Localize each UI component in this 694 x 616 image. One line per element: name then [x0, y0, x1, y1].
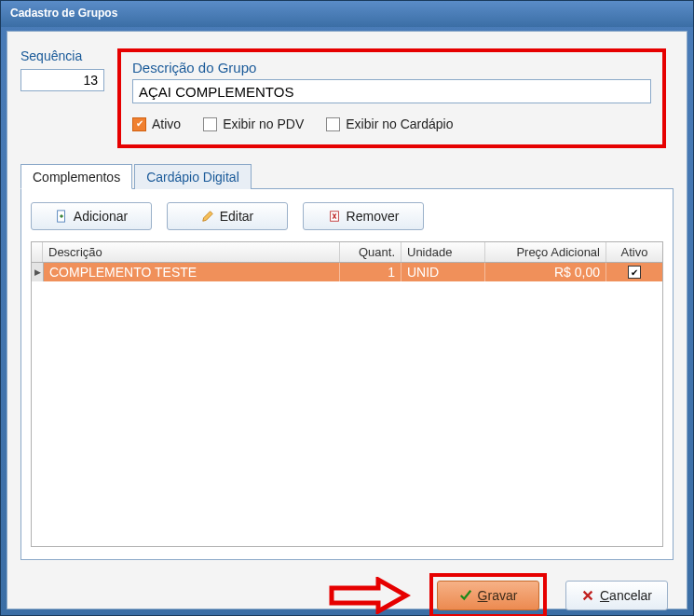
checkbox-icon	[132, 117, 146, 131]
remover-label: Remover	[347, 209, 400, 224]
arrow-icon	[327, 577, 411, 614]
checkbox-icon	[203, 117, 217, 131]
descricao-grupo-input[interactable]	[132, 79, 651, 103]
pencil-icon	[201, 210, 214, 223]
grid-header: Descrição Quant. Unidade Preço Adicional…	[32, 242, 662, 263]
gravar-highlight: Gravar	[429, 573, 547, 616]
sequencia-block: Sequência	[20, 48, 104, 91]
exibir-cardapio-checkbox[interactable]: Exibir no Cardápio	[326, 116, 453, 131]
top-section: Sequência Descrição do Grupo Ativo Exibi…	[7, 32, 687, 157]
editar-label: Editar	[220, 209, 254, 224]
document-add-icon	[55, 210, 68, 223]
cancelar-label: Cancelar	[600, 588, 652, 603]
col-descricao[interactable]: Descrição	[43, 242, 340, 262]
sequencia-label: Sequência	[20, 48, 104, 63]
delete-icon	[328, 210, 341, 223]
exibir-pdv-checkbox[interactable]: Exibir no PDV	[203, 116, 304, 131]
ativo-checkbox[interactable]: Ativo	[132, 116, 181, 131]
descricao-grupo-highlight: Descrição do Grupo Ativo Exibir no PDV E…	[117, 48, 666, 148]
sequencia-input[interactable]	[20, 69, 104, 91]
cell-unidade: UNID	[401, 263, 485, 281]
cell-ativo[interactable]	[606, 263, 662, 281]
row-indicator-icon: ▶	[32, 263, 44, 281]
cancelar-button[interactable]: Cancelar	[565, 581, 668, 610]
check-icon	[628, 266, 641, 279]
checkbox-icon	[326, 117, 340, 131]
footer-bar: Gravar Cancelar	[7, 560, 687, 616]
title-bar: Cadastro de Grupos	[1, 1, 693, 27]
tab-panel-complementos: Adicionar Editar Remover	[20, 189, 674, 560]
checkbox-row: Ativo Exibir no PDV Exibir no Cardápio	[132, 116, 651, 131]
col-quant[interactable]: Quant.	[340, 242, 401, 262]
cell-preco: R$ 0,00	[485, 263, 606, 281]
remover-button[interactable]: Remover	[303, 202, 424, 230]
table-row[interactable]: ▶ COMPLEMENTO TESTE 1 UNID R$ 0,00	[32, 263, 662, 281]
grid-marker-head	[32, 242, 43, 262]
exibir-cardapio-label: Exibir no Cardápio	[346, 116, 453, 131]
tabs: Complementos Cardápio Digital Adicionar	[20, 163, 674, 560]
gravar-label: Gravar	[478, 588, 518, 603]
cell-quant: 1	[340, 263, 401, 281]
tab-cardapio-digital[interactable]: Cardápio Digital	[134, 164, 252, 189]
check-green-icon	[459, 589, 472, 602]
tab-complementos[interactable]: Complementos	[20, 164, 132, 189]
ativo-label: Ativo	[152, 116, 181, 131]
descricao-grupo-label: Descrição do Grupo	[132, 60, 651, 75]
toolbar-row: Adicionar Editar Remover	[31, 202, 663, 230]
cell-descricao: COMPLEMENTO TESTE	[44, 263, 340, 281]
adicionar-label: Adicionar	[74, 209, 128, 224]
x-red-icon	[581, 589, 594, 602]
window-title: Cadastro de Grupos	[10, 7, 117, 20]
tab-strip: Complementos Cardápio Digital	[20, 163, 674, 189]
exibir-pdv-label: Exibir no PDV	[223, 116, 304, 131]
window: Cadastro de Grupos Sequência Descrição d…	[0, 0, 694, 616]
col-unidade[interactable]: Unidade	[401, 242, 485, 262]
editar-button[interactable]: Editar	[167, 202, 288, 230]
col-preco[interactable]: Preço Adicional	[485, 242, 606, 262]
adicionar-button[interactable]: Adicionar	[31, 202, 152, 230]
col-ativo[interactable]: Ativo	[606, 242, 662, 262]
content-area: Sequência Descrição do Grupo Ativo Exibi…	[7, 31, 687, 609]
gravar-button[interactable]: Gravar	[437, 581, 539, 610]
grid: Descrição Quant. Unidade Preço Adicional…	[31, 241, 663, 547]
